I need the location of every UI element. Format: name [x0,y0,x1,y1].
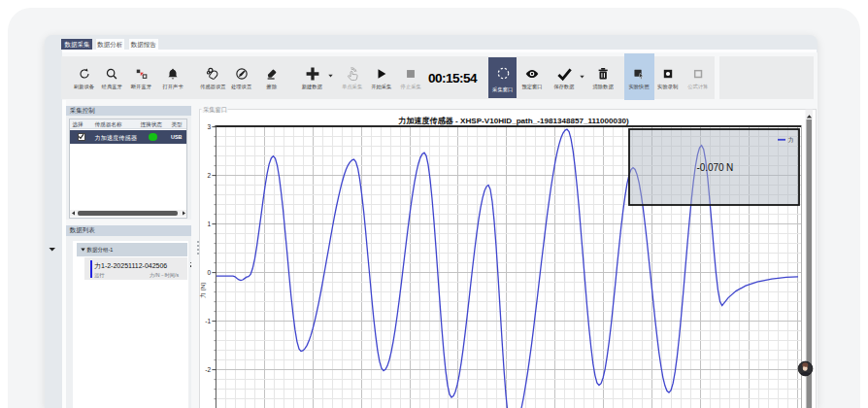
svg-text:力 [N]: 力 [N] [199,283,206,298]
svg-text:-0.070 N: -0.070 N [697,162,734,173]
svg-text:2: 2 [207,172,211,179]
svg-text:力加速度传感器 - XHSP-V10HID_path_-19: 力加速度传感器 - XHSP-V10HID_path_-1981348857_1… [397,116,629,125]
svg-text:-1: -1 [205,318,211,324]
svg-text:3: 3 [207,123,211,130]
svg-text:1: 1 [207,221,211,227]
svg-text:0: 0 [207,269,211,276]
svg-text:力: 力 [788,137,794,143]
svg-text:采集窗口: 采集窗口 [203,106,227,114]
svg-text:-2: -2 [205,366,211,373]
